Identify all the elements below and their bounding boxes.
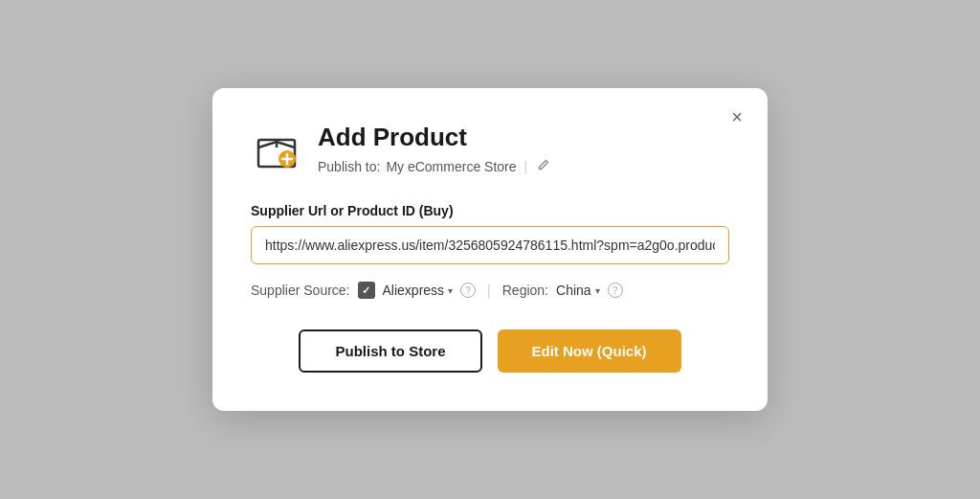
supplier-url-input[interactable] — [251, 226, 729, 264]
region-help-icon[interactable]: ? — [608, 283, 623, 298]
supplier-chevron-icon: ▾ — [448, 285, 453, 296]
source-row: Supplier Source: Aliexpress ▾ ? | Region… — [251, 282, 729, 299]
region-chevron-icon: ▾ — [595, 285, 600, 296]
publish-to-store-button[interactable]: Publish to Store — [299, 329, 481, 373]
add-product-modal: × Add Product Publish to: My eCommerce S… — [212, 88, 768, 411]
region-dropdown[interactable]: China ▾ — [556, 283, 600, 298]
modal-title: Add Product — [318, 123, 552, 152]
edit-now-button[interactable]: Edit Now (Quick) — [498, 329, 681, 373]
supplier-dropdown[interactable]: Aliexpress ▾ — [383, 283, 454, 298]
edit-store-button[interactable] — [535, 156, 552, 176]
region-value: China — [556, 283, 591, 298]
supplier-source-label: Supplier Source: — [251, 283, 350, 298]
divider: | — [524, 159, 528, 174]
region-label: Region: — [502, 283, 548, 298]
supplier-value: Aliexpress — [383, 283, 445, 298]
publish-to-label: Publish to: — [318, 159, 380, 174]
pipe-separator: | — [487, 283, 491, 298]
modal-footer: Publish to Store Edit Now (Quick) — [251, 329, 729, 373]
header-text: Add Product Publish to: My eCommerce Sto… — [318, 123, 552, 176]
url-field-label: Supplier Url or Product ID (Buy) — [251, 203, 729, 218]
close-button[interactable]: × — [725, 103, 748, 130]
url-field-section: Supplier Url or Product ID (Buy) — [251, 203, 729, 264]
supplier-help-icon[interactable]: ? — [460, 283, 476, 298]
product-icon — [251, 123, 302, 174]
modal-header: Add Product Publish to: My eCommerce Sto… — [251, 123, 729, 176]
store-name: My eCommerce Store — [386, 159, 516, 174]
aliexpress-checkbox — [358, 282, 375, 299]
publish-to-line: Publish to: My eCommerce Store | — [318, 156, 552, 176]
